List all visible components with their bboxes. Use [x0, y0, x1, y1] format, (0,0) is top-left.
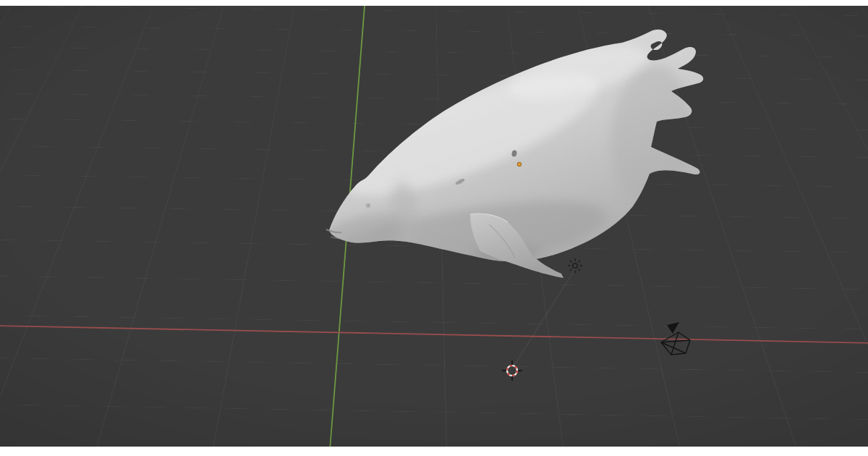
frame-top-bar	[0, 0, 868, 6]
axis-x-line	[0, 326, 868, 343]
fish-eye-pupil	[367, 205, 370, 207]
screenshot-frame	[0, 0, 868, 456]
3d-viewport[interactable]	[0, 0, 868, 456]
object-origin-dot	[517, 162, 522, 166]
fish-model[interactable]	[315, 25, 716, 295]
viewport-overlay	[0, 0, 868, 456]
3d-cursor	[502, 360, 522, 381]
light-relationship-line	[514, 269, 575, 366]
light-gizmo[interactable]	[568, 258, 582, 273]
frame-bottom-bar	[0, 447, 868, 456]
